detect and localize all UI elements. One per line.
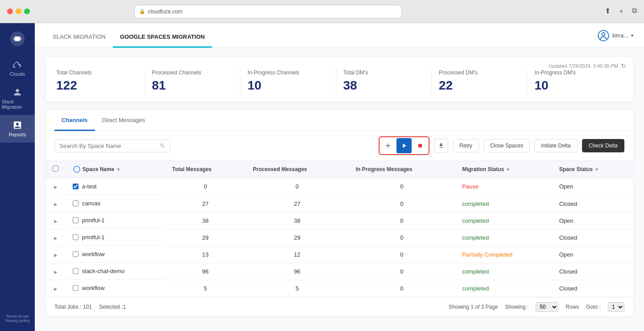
row-expand-cell-0[interactable]: ▶: [45, 178, 66, 196]
row-inprogress-0: 0: [349, 178, 455, 196]
stats-grid: Total Channels 122 Processed Channels 81…: [56, 68, 623, 94]
retry-button[interactable]: Retry: [453, 139, 479, 152]
row-migration-status-1: completed: [455, 195, 552, 212]
svg-point-1: [16, 37, 20, 41]
sidebar-item-slack-migration[interactable]: Slack Migration: [0, 82, 35, 115]
sidebar-item-reports[interactable]: Reports: [0, 115, 35, 143]
toolbar: Retry Close Spaces Initiate Delta Check …: [45, 131, 633, 161]
download-icon: [438, 143, 444, 149]
logo[interactable]: [6, 28, 29, 50]
row-total-1: 27: [165, 195, 246, 212]
row-checkbox-5[interactable]: [73, 268, 78, 274]
row-space-status-5: Closed: [552, 263, 633, 280]
row-expand-icon-2[interactable]: ▶: [54, 219, 58, 224]
stat-label-processed-dms: Processed DM's: [439, 69, 520, 76]
user-menu[interactable]: kirra... ▾: [597, 29, 633, 42]
row-space-name-3: printful-1: [82, 234, 105, 241]
content-area: Updated 7/29/2024, 3:46:30 PM ↻ Total Ch…: [35, 48, 644, 331]
stat-total-channels: Total Channels 122: [56, 68, 145, 94]
share-icon[interactable]: ⬆: [605, 7, 611, 16]
row-expand-icon-0[interactable]: ▶: [54, 184, 58, 189]
initiate-delta-button[interactable]: Initiate Delta: [534, 139, 578, 152]
row-inprogress-2: 0: [349, 212, 455, 229]
url-text: cloudfuze.com: [148, 8, 182, 15]
goto-page-select[interactable]: 1 2 3: [608, 302, 624, 312]
filter-space-status-icon[interactable]: ▼: [594, 167, 599, 172]
new-tab-icon[interactable]: ＋: [618, 7, 625, 16]
add-button[interactable]: [380, 138, 396, 153]
row-migration-status-0: Pause: [455, 178, 552, 196]
sidebar-label-reports: Reports: [9, 132, 26, 137]
row-expand-cell-4[interactable]: ▶: [45, 246, 66, 263]
sidebar-item-clouds[interactable]: Clouds: [0, 54, 35, 82]
search-input[interactable]: [59, 143, 157, 149]
table-row: ▶ canvas 27 27 0 completed Closed: [45, 195, 633, 212]
row-checkbox-0[interactable]: [73, 184, 78, 189]
download-button[interactable]: [434, 139, 448, 153]
row-expand-icon-6[interactable]: ▶: [54, 286, 58, 291]
row-space-name-2: printful-1: [82, 217, 105, 224]
row-expand-icon-4[interactable]: ▶: [54, 253, 58, 257]
updated-text: Updated 7/29/2024, 3:46:30 PM: [549, 63, 618, 69]
row-checkbox-3[interactable]: [73, 234, 78, 240]
row-expand-cell-5[interactable]: ▶: [45, 263, 66, 280]
row-expand-cell-1[interactable]: ▶: [45, 195, 66, 212]
row-checkbox-2[interactable]: [73, 217, 78, 223]
col-label-space-status: Space Status: [559, 166, 593, 172]
maximize-button[interactable]: [24, 8, 30, 14]
stat-value-inprogress-dms: 10: [535, 78, 616, 93]
stat-label-inprogress-channels: In-Progress Channels: [248, 69, 329, 76]
row-expand-cell-6[interactable]: ▶: [45, 280, 66, 297]
row-migration-status-3: completed: [455, 229, 552, 246]
stat-inprogress-channels: In-Progress Channels 10: [240, 68, 336, 94]
row-space-status-3: Closed: [552, 229, 633, 246]
total-jobs: Total Jobs : 101: [54, 304, 92, 310]
refresh-icon[interactable]: ↻: [621, 62, 626, 69]
row-expand-icon-5[interactable]: ▶: [54, 270, 58, 274]
select-all-checkbox[interactable]: [53, 166, 58, 172]
row-expand-cell-2[interactable]: ▶: [45, 212, 66, 229]
row-expand-icon-3[interactable]: ▶: [54, 236, 58, 241]
row-space-status-4: Open: [552, 246, 633, 263]
row-migration-status-4: Partially Completed: [455, 246, 552, 263]
row-migration-status-5: completed: [455, 263, 552, 280]
stop-button[interactable]: [413, 138, 428, 153]
top-nav: SLACK MIGRATION GOOGLE SPACES MIGRATION …: [35, 23, 644, 48]
close-spaces-button[interactable]: Close Spaces: [483, 139, 530, 152]
search-icon: [160, 143, 165, 149]
row-total-4: 13: [165, 246, 246, 263]
filter-migration-icon[interactable]: ▼: [506, 167, 510, 172]
stat-label-processed-channels: Processed Channels: [152, 69, 233, 76]
play-button[interactable]: [396, 138, 412, 153]
rows-per-page-select[interactable]: 50 25 100: [536, 302, 558, 312]
stat-value-inprogress-channels: 10: [248, 78, 329, 93]
row-expand-icon-1[interactable]: ▶: [54, 202, 58, 207]
row-processed-5: 96: [246, 263, 349, 280]
filter-space-name-icon[interactable]: ▼: [116, 167, 120, 172]
tab-slack-migration[interactable]: SLACK MIGRATION: [45, 26, 113, 48]
row-inprogress-3: 0: [349, 229, 455, 246]
close-button[interactable]: [7, 8, 13, 14]
stat-total-dms: Total DM's 38: [336, 68, 432, 94]
col-select-all[interactable]: [45, 161, 66, 178]
col-header-processed-messages: Processed Messages: [246, 161, 349, 178]
tab-direct-messages[interactable]: Direct Messages: [95, 110, 153, 131]
check-delta-button[interactable]: Check Delta: [582, 139, 624, 152]
address-bar[interactable]: 🔒 cloudfuze.com: [134, 5, 402, 18]
tabs-icon[interactable]: ⧉: [632, 7, 637, 16]
tab-google-migration[interactable]: GOOGLE SPACES MIGRATION: [113, 26, 212, 48]
privacy-link[interactable]: Privacy policy: [5, 319, 29, 323]
row-checkbox-1[interactable]: [73, 200, 78, 206]
row-expand-cell-3[interactable]: ▶: [45, 229, 66, 246]
play-icon: [400, 142, 408, 149]
minimize-button[interactable]: [16, 8, 21, 14]
showing-page: Showing 1 of 3 Page: [449, 304, 498, 310]
terms-link[interactable]: Terms of use: [5, 314, 29, 319]
stat-processed-channels: Processed Channels 81: [145, 68, 241, 94]
table-row: ▶ workflow 5 5 0 completed Closed: [45, 280, 633, 297]
row-checkbox-4[interactable]: [73, 251, 78, 257]
tab-channels[interactable]: Channels: [54, 110, 95, 131]
col-header-space-status: Space Status ▼: [552, 161, 633, 178]
row-checkbox-6[interactable]: [73, 285, 78, 291]
row-space-status-0: Open: [552, 178, 633, 196]
